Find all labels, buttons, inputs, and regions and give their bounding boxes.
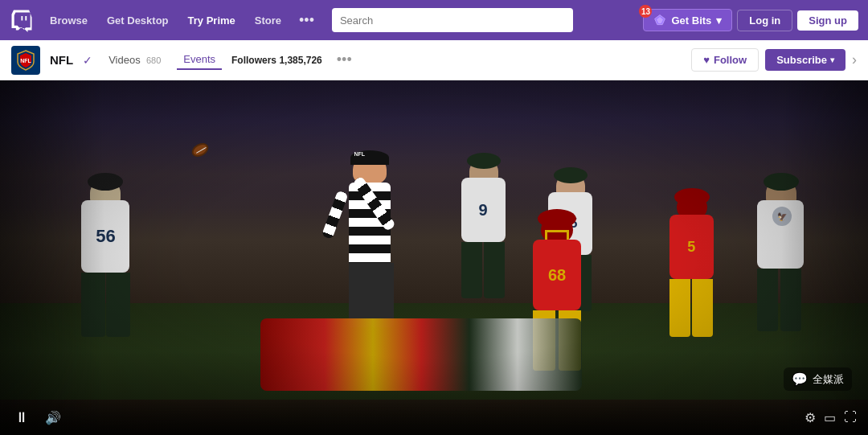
channel-actions: ♥ Follow Subscribe ▾ › [691, 48, 857, 72]
followers-label: Followers [231, 55, 276, 66]
theater-mode-button[interactable]: ▭ [824, 410, 836, 425]
subscribe-label: Subscribe [776, 54, 827, 66]
channel-logo: NFL [11, 46, 40, 75]
verified-icon: ✓ [83, 54, 92, 67]
settings-icon[interactable]: ⚙ [805, 410, 816, 425]
vignette-overlay [0, 80, 868, 435]
wechat-watermark: 💬 全媒派 [784, 367, 852, 391]
svg-text:NFL: NFL [20, 58, 31, 64]
fullscreen-button[interactable]: ⛶ [844, 410, 857, 425]
channel-tab-videos[interactable]: Videos 680 [102, 51, 167, 69]
play-pause-button[interactable]: ⏸ [11, 406, 32, 429]
followers-count: 1,385,726 [279, 55, 321, 66]
bits-dropdown-chevron: ▾ [716, 14, 722, 27]
video-controls: ⏸ 🔊 ⚙ ▭ ⛶ [0, 400, 868, 435]
videos-count: 680 [146, 55, 161, 65]
wechat-icon: 💬 [792, 371, 808, 387]
nav-get-desktop[interactable]: Get Desktop [99, 10, 177, 31]
channel-followers-stat: Followers 1,385,726 [231, 55, 322, 66]
get-bits-label: Get Bits [671, 14, 711, 27]
video-scene: 56 NFL 9 [0, 80, 868, 435]
left-shadow [0, 80, 104, 435]
subscribe-more-button[interactable]: › [852, 51, 857, 68]
get-bits-button[interactable]: 13 Get Bits ▾ [643, 9, 732, 31]
subscribe-dropdown-chevron: ▾ [830, 55, 834, 64]
login-button[interactable]: Log in [737, 10, 792, 31]
video-controls-right: ⚙ ▭ ⛶ [805, 410, 857, 425]
nfl-shield-icon: NFL [14, 49, 37, 72]
follow-button[interactable]: ♥ Follow [691, 48, 759, 72]
nav-more-button[interactable]: ••• [293, 9, 321, 32]
bits-notification-badge: 13 [639, 5, 652, 18]
channel-more-button[interactable]: ••• [332, 51, 357, 68]
nav-try-prime[interactable]: Try Prime [180, 10, 244, 31]
bits-icon [653, 14, 666, 27]
volume-button[interactable]: 🔊 [42, 407, 64, 429]
nav-store[interactable]: Store [247, 10, 289, 31]
nav-browse[interactable]: Browse [42, 10, 96, 31]
wechat-text: 全媒派 [813, 372, 844, 387]
videos-label: Videos [108, 54, 141, 66]
heart-icon: ♥ [703, 54, 710, 66]
twitch-logo[interactable] [10, 8, 34, 32]
follow-label: Follow [714, 54, 747, 66]
subscribe-button[interactable]: Subscribe ▾ [765, 49, 845, 71]
search-input[interactable] [332, 8, 573, 32]
video-player[interactable]: 56 NFL 9 [0, 80, 868, 435]
channel-name: NFL [50, 53, 73, 67]
top-nav: Browse Get Desktop Try Prime Store ••• 1… [0, 0, 868, 40]
signup-button[interactable]: Sign up [797, 10, 858, 31]
channel-tab-events[interactable]: Events [177, 50, 222, 70]
nav-right-area: 13 Get Bits ▾ Log in Sign up [643, 9, 858, 31]
channel-bar: NFL NFL ✓ Videos 680 Events Followers 1,… [0, 40, 868, 80]
